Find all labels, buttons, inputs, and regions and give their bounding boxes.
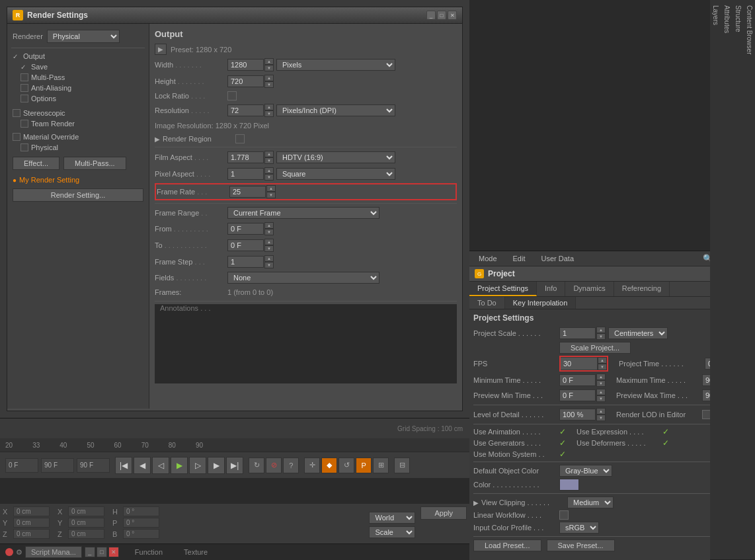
close-small-btn[interactable]: ✕ <box>108 547 119 557</box>
width-input[interactable] <box>227 59 264 71</box>
width-up[interactable]: ▲ <box>264 58 274 65</box>
scale-unit-select[interactable]: Centimeters <box>608 327 668 339</box>
next-frame-btn[interactable]: ▶ <box>208 457 225 474</box>
fps-down[interactable]: ▼ <box>598 364 607 370</box>
multipass-checkbox[interactable] <box>20 73 28 81</box>
z2-input[interactable] <box>68 529 104 539</box>
from-down[interactable]: ▼ <box>264 229 274 235</box>
height-down[interactable]: ▼ <box>264 81 274 88</box>
pixel-aspect-input[interactable] <box>227 168 264 180</box>
multipass-button[interactable]: Multi-Pass... <box>63 157 126 170</box>
mint-up[interactable]: ▲ <box>596 374 606 380</box>
res-down[interactable]: ▼ <box>264 110 274 117</box>
sidebar-item-antialiasing[interactable]: Anti-Aliasing <box>7 83 149 93</box>
res-up[interactable]: ▲ <box>264 104 274 110</box>
scale-up[interactable]: ▲ <box>596 327 606 333</box>
sidebar-item-material-override[interactable]: Material Override <box>7 132 149 142</box>
loop-icon[interactable]: ↻ <box>249 458 264 473</box>
apply-button[interactable]: Apply <box>420 506 467 520</box>
height-input[interactable] <box>227 75 264 87</box>
scale-project-btn[interactable]: Scale Project... <box>559 342 631 354</box>
sidebar-item-teamrender[interactable]: Team Render <box>7 118 149 129</box>
prev-btn[interactable]: ◁ <box>152 457 169 474</box>
input-color-select[interactable]: sRGB <box>559 522 599 534</box>
resolution-input[interactable] <box>227 104 264 116</box>
next-btn[interactable]: ▷ <box>189 457 206 474</box>
minimize-small-btn[interactable]: _ <box>85 547 95 557</box>
options-checkbox[interactable] <box>20 95 28 102</box>
to-down[interactable]: ▼ <box>264 245 274 252</box>
layout-icon[interactable]: ⊟ <box>394 458 410 473</box>
scale-input[interactable] <box>559 327 596 339</box>
end-frame-input[interactable] <box>41 458 74 473</box>
render-setting-button[interactable]: Render Setting... <box>13 188 143 202</box>
minimize-btn[interactable]: _ <box>426 11 436 20</box>
record-icon[interactable]: P <box>356 458 372 473</box>
sidebar-item-output[interactable]: ✓ Output <box>7 51 149 61</box>
b-input[interactable] <box>123 529 159 539</box>
stop-icon[interactable]: ⊘ <box>266 458 282 473</box>
frame-rate-input[interactable] <box>229 186 266 198</box>
fps-input[interactable] <box>561 358 597 370</box>
prev-frame-btn[interactable]: ◀ <box>134 457 151 474</box>
info-icon[interactable]: ? <box>283 458 299 473</box>
stereo-checkbox[interactable] <box>13 109 20 117</box>
layers-tab[interactable]: Layers <box>710 0 721 560</box>
px-down[interactable]: ▼ <box>264 174 274 180</box>
sidebar-item-save[interactable]: ✓ Save <box>7 61 149 72</box>
x-input[interactable] <box>13 506 50 516</box>
lod-down[interactable]: ▼ <box>596 415 606 421</box>
physical-checkbox[interactable] <box>20 143 28 151</box>
resolution-unit-select[interactable]: Pixels/Inch (DPI) <box>276 104 395 116</box>
min-time-input[interactable] <box>559 374 596 386</box>
fps-up[interactable]: ▲ <box>598 357 607 364</box>
film-down[interactable]: ▼ <box>264 157 274 164</box>
tab-project-settings[interactable]: Project Settings <box>469 282 537 296</box>
frame-input[interactable] <box>5 458 38 473</box>
user-data-btn[interactable]: User Data <box>536 253 580 264</box>
lod-up[interactable]: ▲ <box>596 408 606 415</box>
tab-todo[interactable]: To Do <box>469 297 505 309</box>
grid-icon[interactable]: ⊞ <box>373 458 389 473</box>
frame-step-input[interactable] <box>227 256 264 268</box>
go-end-btn[interactable]: ▶| <box>226 457 243 474</box>
structure-tab[interactable]: Structure <box>733 0 744 560</box>
mint-down[interactable]: ▼ <box>596 380 606 387</box>
p-input[interactable] <box>123 518 159 528</box>
obj-color-select[interactable]: Gray-Blue <box>559 465 612 477</box>
refresh-icon[interactable]: ↺ <box>338 458 354 473</box>
preview-min-input[interactable] <box>559 389 596 401</box>
to-input[interactable] <box>227 239 264 251</box>
move-icon[interactable]: ✛ <box>304 458 320 473</box>
view-clipping-select[interactable]: Medium <box>567 497 614 508</box>
antialiasing-checkbox[interactable] <box>20 84 28 92</box>
content-browser-tab[interactable]: Content Browser <box>744 0 755 560</box>
from-up[interactable]: ▲ <box>264 222 274 229</box>
z-input[interactable] <box>13 529 50 539</box>
width-unit-select[interactable]: Pixels <box>276 59 395 71</box>
x2-input[interactable] <box>68 506 104 516</box>
linear-workflow-checkbox[interactable] <box>559 510 569 520</box>
from-input[interactable] <box>227 223 264 235</box>
restore-small-btn[interactable]: □ <box>97 547 107 557</box>
teamrender-checkbox[interactable] <box>20 120 28 128</box>
attributes-tab[interactable]: Attributes <box>721 0 733 560</box>
tab-dynamics[interactable]: Dynamics <box>565 282 614 296</box>
step-up[interactable]: ▲ <box>264 255 274 262</box>
material-checkbox[interactable] <box>13 133 20 141</box>
scale-down[interactable]: ▼ <box>596 333 606 340</box>
edit-btn[interactable]: Edit <box>508 253 531 264</box>
frame-range-select[interactable]: Current Frame All Frames <box>227 207 379 219</box>
h-input[interactable] <box>123 506 159 516</box>
load-preset-btn[interactable]: Load Preset... <box>473 540 541 551</box>
fr-down[interactable]: ▼ <box>266 192 276 198</box>
pixel-aspect-select[interactable]: Square <box>276 168 395 180</box>
effect-button[interactable]: Effect... <box>13 157 60 170</box>
lock-ratio-checkbox[interactable] <box>227 91 237 100</box>
height-up[interactable]: ▲ <box>264 75 274 81</box>
mode-btn[interactable]: Mode <box>473 253 502 264</box>
scale-select[interactable]: Scale <box>369 526 415 538</box>
close-btn[interactable]: ✕ <box>448 11 457 20</box>
lod-input[interactable] <box>559 409 596 420</box>
script-manager-btn[interactable]: Script Mana... <box>25 546 82 558</box>
